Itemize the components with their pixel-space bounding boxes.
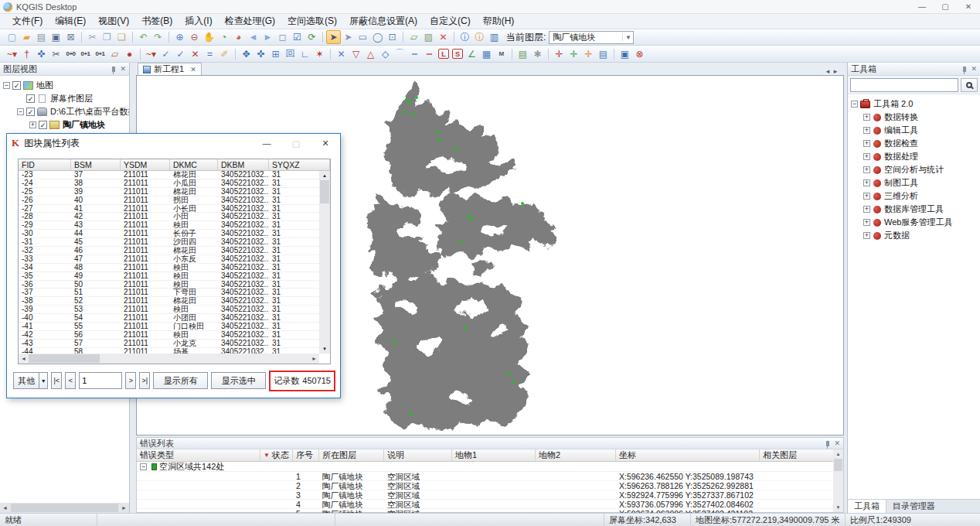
attribute-row[interactable]: -4155211011 门口秧田3405221032...31 xyxy=(19,323,319,331)
scroll-up-icon[interactable]: ▲ xyxy=(836,449,841,459)
clear-selection-icon[interactable]: ✕ xyxy=(436,30,451,44)
open-folder-icon[interactable]: ▰ xyxy=(19,30,34,44)
parallel-line-icon[interactable]: = xyxy=(202,47,217,61)
toolbox-root-item[interactable]: − 工具箱 2.0 xyxy=(848,97,980,111)
node-cursor-icon[interactable]: ✛ xyxy=(552,47,567,61)
next-record-button[interactable]: > xyxy=(125,372,136,389)
col-layer[interactable]: 所在图层 xyxy=(319,449,384,461)
redo-icon[interactable]: ↷ xyxy=(151,30,165,44)
dialog-maximize-button[interactable]: ▢ xyxy=(281,134,311,152)
attribute-row[interactable]: -2438211011 小瓜田3405221032...31 xyxy=(19,179,319,188)
move-node-icon[interactable]: ✜ xyxy=(254,47,268,61)
attribute-row[interactable]: -3751211011 下弯田3405221032...31 xyxy=(19,289,319,297)
scroll-left-icon[interactable]: ◄ xyxy=(0,505,10,511)
first-record-button[interactable]: |< xyxy=(51,372,62,389)
tree-expander-icon[interactable]: − xyxy=(140,463,147,470)
menu-item[interactable]: 文件(F) xyxy=(6,13,49,29)
menu-item[interactable]: 书签(B) xyxy=(135,13,179,29)
error-group-row[interactable]: − 空洞区域共142处 xyxy=(137,462,843,472)
feature-cursor-icon[interactable]: ➤ xyxy=(341,30,356,44)
col-description[interactable]: 说明 xyxy=(384,449,452,461)
scroll-up-icon[interactable]: ▲ xyxy=(322,171,327,180)
scrollbar-thumb[interactable] xyxy=(834,459,842,471)
show-selected-button[interactable]: 显示选中 xyxy=(211,372,266,389)
toolbox-search-input[interactable] xyxy=(850,78,958,92)
zoom-in-icon[interactable]: ⊕ xyxy=(172,30,187,44)
tree-expander-icon[interactable]: + xyxy=(863,179,870,186)
save-edits-icon[interactable]: ▣ xyxy=(618,47,632,61)
draw-polygon-freehand-icon[interactable]: ✓ xyxy=(173,47,188,61)
toolbox-category-item[interactable]: + 数据检查 xyxy=(848,137,980,150)
tab-toolbox[interactable]: 工具箱 xyxy=(848,500,886,513)
col-coordinates[interactable]: 坐标 xyxy=(616,449,760,461)
chevron-down-icon[interactable]: ▼ xyxy=(622,34,633,41)
scroll-down-icon[interactable]: ▼ xyxy=(836,503,841,512)
check-triangle-icon[interactable]: △ xyxy=(363,47,378,61)
arc-icon[interactable]: ⌒ xyxy=(393,47,407,61)
layer-visibility-checkbox[interactable]: ✓ xyxy=(12,81,21,90)
topology-icon[interactable]: ⊞ xyxy=(268,47,283,61)
scroll-right-icon[interactable]: ► xyxy=(119,505,129,511)
tree-expander-icon[interactable]: + xyxy=(863,127,870,134)
attribute-column-header[interactable]: SYQXZ xyxy=(269,159,330,170)
scrollbar-thumb[interactable] xyxy=(11,504,118,512)
label-l-icon[interactable]: L xyxy=(438,49,449,59)
toolbox-category-item[interactable]: + 制图工具 xyxy=(848,176,980,190)
select-circle-icon[interactable]: ◯ xyxy=(370,30,385,44)
last-record-button[interactable]: >| xyxy=(139,372,150,389)
attribute-column-header[interactable]: FID xyxy=(19,159,71,170)
scroll-down-icon[interactable]: ▼ xyxy=(322,344,327,354)
error-table-row[interactable]: 4 陶厂镇地块空洞区域 X:593736.057996 Y:3527402.08… xyxy=(137,500,843,509)
layer-visibility-checkbox[interactable]: ✓ xyxy=(26,108,35,116)
attribute-row[interactable]: -4458211011 场基3405221032...31 xyxy=(19,348,319,354)
layer-visibility-checkbox[interactable]: ✓ xyxy=(39,121,47,129)
intersect-icon[interactable]: ✕ xyxy=(334,47,349,61)
attribute-row[interactable]: -3246211011 棉花田3405221032...31 xyxy=(19,247,319,255)
zoom-extent-icon[interactable]: ◻ xyxy=(275,30,290,44)
reshape-icon[interactable]: ▱ xyxy=(107,47,122,61)
render-checkbox-icon[interactable]: ☑ xyxy=(290,30,305,44)
new-document-icon[interactable]: ▢ xyxy=(5,30,19,44)
attribute-column-header[interactable]: BSM xyxy=(71,159,121,170)
zoom-out-step-icon[interactable]: ◕ xyxy=(231,30,246,44)
attribute-row[interactable]: -3549211011 秧田3405221032...31 xyxy=(19,272,319,281)
dialog-close-button[interactable]: ✕ xyxy=(311,134,340,152)
attribute-row[interactable]: -3145211011 沙田四3405221032...31 xyxy=(19,238,319,247)
tree-expander-icon[interactable]: + xyxy=(863,153,870,160)
toolbox-category-item[interactable]: + 编辑工具 xyxy=(848,124,980,137)
dialog-titlebar[interactable]: K 图块属性列表 — ▢ ✕ xyxy=(7,134,340,152)
pin-icon[interactable] xyxy=(826,441,829,446)
trace-line-icon[interactable]: ~▾ xyxy=(144,47,158,61)
toolbox-category-item[interactable]: + 三维分析 xyxy=(848,190,980,203)
select-screen-icon[interactable]: ⊡ xyxy=(385,30,400,44)
select-rectangle-icon[interactable]: ▭ xyxy=(356,30,370,44)
attribute-row[interactable]: -2842211011 小田3405221032...31 xyxy=(19,213,319,221)
zoom-out-icon[interactable]: ⊖ xyxy=(187,30,202,44)
error-table-row[interactable]: 1 陶厂镇地块空洞区域 X:596236.462550 Y:3525089.19… xyxy=(137,472,843,481)
error-table-row[interactable]: 3 陶厂镇地块空洞区域 X:592924.775996 Y:3527337.86… xyxy=(137,490,843,500)
record-number-input[interactable] xyxy=(79,372,122,389)
split-feature-icon[interactable]: ✂ xyxy=(49,47,63,61)
attribute-list-icon[interactable]: ▤ xyxy=(596,47,611,61)
undo-icon[interactable]: ↶ xyxy=(136,30,151,44)
tree-expander-icon[interactable]: + xyxy=(863,206,870,213)
maximize-button[interactable]: ▢ xyxy=(934,0,957,14)
menu-item[interactable]: 编辑(E) xyxy=(49,13,92,29)
pan-hand-icon[interactable]: ✋ xyxy=(202,30,216,44)
layer-tree-item[interactable]: + ✓ 陶厂镇地块 xyxy=(0,118,129,132)
attribute-row[interactable]: -4357211011 小龙克3405221032...31 xyxy=(19,340,319,348)
tree-expander-icon[interactable]: + xyxy=(863,232,870,239)
draw-polygon-icon[interactable]: ✓ xyxy=(158,47,173,61)
col-feature2[interactable]: 地物2 xyxy=(536,449,616,461)
search-button[interactable] xyxy=(961,78,978,92)
label-s-icon[interactable]: S xyxy=(452,49,463,59)
paste-icon[interactable]: ❏ xyxy=(114,30,129,44)
toolbox-category-item[interactable]: + 数据转换 xyxy=(848,111,980,124)
record-icon[interactable]: ● xyxy=(122,47,137,61)
menu-item[interactable]: 帮助(H) xyxy=(477,13,521,29)
tab-prev-icon[interactable]: ◂ xyxy=(824,67,832,75)
attribute-row[interactable]: -2741211011 小长田3405221032...31 xyxy=(19,205,319,213)
tab-next-icon[interactable]: ▸ xyxy=(832,67,839,75)
error-list-vscrollbar[interactable]: ▲ ▼ xyxy=(833,449,843,512)
attribute-row[interactable]: -3953211011 秧田3405221032...31 xyxy=(19,306,319,314)
